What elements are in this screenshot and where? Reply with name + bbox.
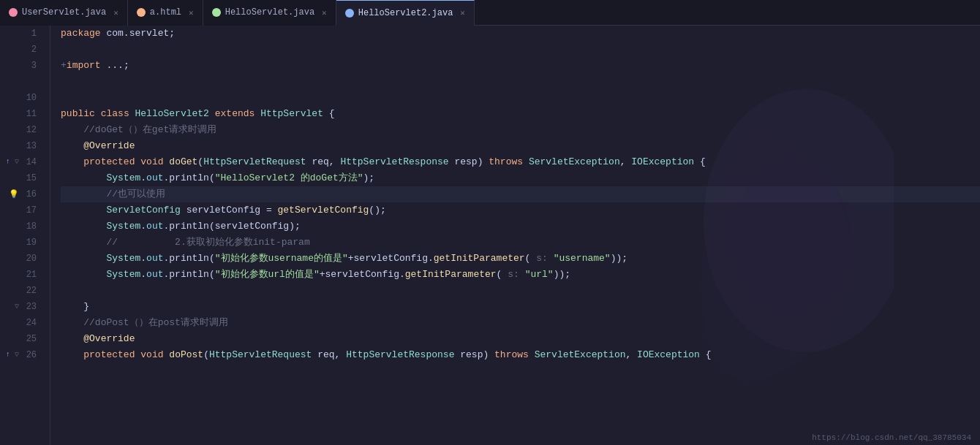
- line-23: ▽ 23: [6, 299, 41, 315]
- tab-label-helloservlet: HelloServlet.java: [225, 7, 314, 18]
- code-line-14: protected void doGet(HttpServletRequest …: [61, 154, 980, 170]
- line-12: 12: [6, 122, 41, 138]
- code-line-22: [61, 283, 980, 299]
- bottom-url: https://blog.csdn.net/qq_38785034: [812, 433, 971, 442]
- line-numbers: 1 2 3 10 11 12 13 ↑ ▽ 14 15 💡 16 17 18 1…: [0, 26, 50, 445]
- line-16: 💡 16: [6, 186, 41, 202]
- tab-helloservlet[interactable]: HelloServlet.java ✕: [203, 0, 336, 26]
- line-3: 3: [6, 58, 41, 74]
- code-line-10: [61, 90, 980, 106]
- tab-icon-ahtml: [137, 8, 146, 17]
- tab-icon-helloservlet: [212, 8, 221, 17]
- line-17: 17: [6, 202, 41, 218]
- line-26: ↑ ▽ 26: [6, 347, 41, 363]
- code-line-13: @Override: [61, 138, 980, 154]
- line-19: 19: [6, 235, 41, 251]
- code-line-24: //doPost（）在post请求时调用: [61, 315, 980, 331]
- code-content[interactable]: package com.servlet; +import ...; public…: [50, 26, 980, 445]
- code-line-4: [61, 74, 980, 90]
- tab-close-helloservlet2[interactable]: ✕: [460, 8, 465, 18]
- tab-close-helloservlet[interactable]: ✕: [322, 8, 327, 18]
- code-line-25: @Override: [61, 331, 980, 347]
- code-line-11: public class HelloServlet2 extends HttpS…: [61, 106, 980, 122]
- tab-bar: UserServlet.java ✕ a.html ✕ HelloServlet…: [0, 0, 980, 26]
- line-4: [6, 74, 41, 90]
- code-line-2: [61, 42, 980, 58]
- line-18: 18: [6, 218, 41, 235]
- code-line-1: package com.servlet;: [61, 26, 980, 42]
- code-line-12: //doGet（）在get请求时调用: [61, 122, 980, 138]
- line-1: 1: [6, 26, 41, 42]
- line-20: 20: [6, 251, 41, 267]
- tab-ahtml[interactable]: a.html ✕: [128, 0, 203, 26]
- tab-label-ahtml: a.html: [150, 7, 181, 18]
- code-line-15: System.out.println("HelloServlet2 的doGet…: [61, 170, 980, 186]
- code-line-17: ServletConfig servletConfig = getServlet…: [61, 202, 980, 218]
- tab-close-ahtml[interactable]: ✕: [189, 8, 194, 18]
- tab-icon-userservlet: [9, 8, 18, 17]
- line-21: 21: [6, 267, 41, 283]
- line-25: 25: [6, 331, 41, 347]
- tab-label-helloservlet2: HelloServlet2.java: [358, 8, 453, 18]
- code-line-26: protected void doPost(HttpServletRequest…: [61, 347, 980, 363]
- code-line-18: System.out.println(servletConfig);: [61, 218, 980, 235]
- line-11: 11: [6, 106, 41, 122]
- line-2: 2: [6, 42, 41, 58]
- editor-area: 1 2 3 10 11 12 13 ↑ ▽ 14 15 💡 16 17 18 1…: [0, 26, 980, 445]
- line-10: 10: [6, 90, 41, 106]
- tab-close-userservlet[interactable]: ✕: [113, 8, 118, 18]
- code-line-3: +import ...;: [61, 58, 980, 74]
- line-15: 15: [6, 170, 41, 186]
- code-line-16: //也可以使用: [61, 186, 980, 202]
- line-22: 22: [6, 283, 41, 299]
- code-line-23: }: [61, 299, 980, 315]
- code-line-21: System.out.println("初始化参数url的值是"+servlet…: [61, 267, 980, 283]
- tab-label-userservlet: UserServlet.java: [22, 7, 106, 18]
- line-13: 13: [6, 138, 41, 154]
- tab-userservlet[interactable]: UserServlet.java ✕: [0, 0, 128, 26]
- tab-icon-helloservlet2: [345, 9, 354, 18]
- tab-helloservlet2[interactable]: HelloServlet2.java ✕: [336, 0, 475, 26]
- line-24: 24: [6, 315, 41, 331]
- code-line-19: // 2.获取初始化参数init-param: [61, 235, 980, 251]
- code-line-20: System.out.println("初始化参数username的值是"+se…: [61, 251, 980, 267]
- line-14: ↑ ▽ 14: [6, 154, 41, 170]
